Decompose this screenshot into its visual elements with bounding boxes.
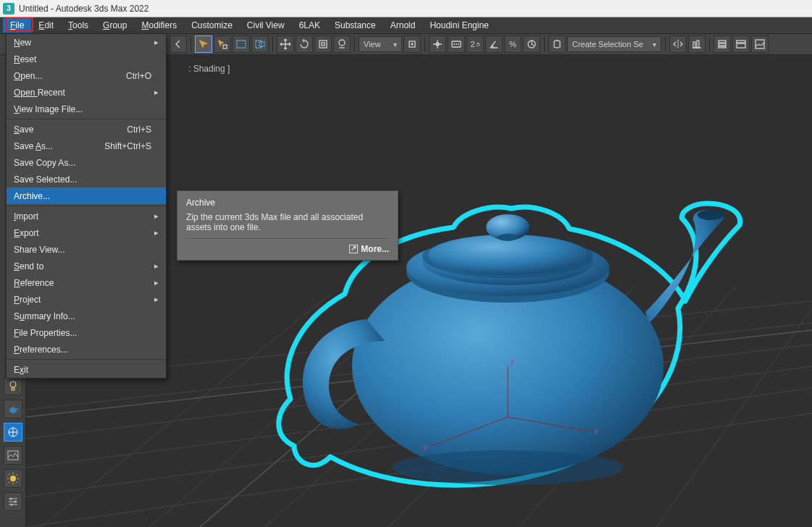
file-menu-item-open-recent[interactable]: Open Recent▸ [7,84,166,101]
file-menu-item-label: Save As... [14,141,101,151]
tool-snap-toggle[interactable]: 2.5 [466,35,484,53]
lt-light-icon[interactable] [4,376,22,395]
file-menu-item-shortcut: Ctrl+S [101,125,151,135]
file-menu-item-shortcut: Shift+Ctrl+S [101,141,151,151]
file-menu-item-save-selected[interactable]: Save Selected... [7,171,166,187]
file-menu-item-project[interactable]: Project▸ [7,291,166,308]
tool-undo-icon[interactable] [169,35,187,53]
file-menu-item-label: Reset [14,54,151,64]
tool-rectangle-select[interactable] [233,35,250,53]
svg-point-26 [9,498,12,500]
svg-rect-0 [223,45,227,49]
file-menu-dropdown: New▸ResetOpen...Ctrl+OOpen Recent▸View I… [6,33,167,379]
svg-point-6 [339,40,345,46]
menu-houdini[interactable]: Houdini Engine [422,18,495,33]
lt-settings-icon[interactable] [4,492,22,511]
file-menu-item-summary-info[interactable]: Summary Info... [7,308,166,324]
file-menu-item-label: Save [14,125,101,135]
file-menu-item-shortcut: Ctrl+O [101,71,151,81]
svg-rect-12 [693,42,695,48]
tool-edit-selection-set[interactable] [548,35,566,53]
reference-coordinate-dropdown[interactable]: View [359,36,402,52]
file-menu-item-archive[interactable]: Archive... [7,187,166,204]
tool-toggle-ribbon[interactable] [732,35,750,53]
menu-modifiers[interactable]: Modifiers [134,18,184,33]
menu-group[interactable]: Group [96,18,134,33]
file-menu-item-new[interactable]: New▸ [7,34,166,51]
menu-substance[interactable]: Substance [327,18,383,33]
tool-keyboard-shortcut-toggle[interactable] [448,35,465,53]
file-menu-item-label: Exit [14,365,151,375]
file-menu-item-exit[interactable]: Exit [7,361,166,378]
file-menu-item-save[interactable]: SaveCtrl+S [7,121,166,138]
tool-angle-snap[interactable] [485,35,503,53]
title-bar: 3 Untitled - Autodesk 3ds Max 2022 [0,0,812,17]
svg-rect-17 [737,41,745,43]
lt-render-icon[interactable] [4,469,22,488]
app-logo-icon: 3 [3,3,14,14]
menu-civilview[interactable]: Civil View [240,18,292,33]
tool-spinner-snap[interactable] [523,35,540,53]
file-menu-item-share-view[interactable]: Share View... [7,241,166,258]
svg-point-21 [9,408,17,413]
lt-wireframe-toggle[interactable] [4,423,22,442]
file-menu-item-reference[interactable]: Reference▸ [7,274,166,291]
file-menu-item-import[interactable]: Import▸ [7,208,166,224]
viewport-label: : Shading ] [188,64,230,74]
tool-move[interactable] [277,35,294,53]
lt-teapot-icon[interactable] [4,400,22,418]
file-menu-item-export[interactable]: Export▸ [7,224,166,241]
svg-point-47 [498,234,518,241]
tool-select-and-manipulate[interactable] [429,35,446,53]
named-selection-set-dropdown[interactable]: Create Selection Se [567,36,661,52]
tooltip-body: Zip the current 3ds Max file and all ass… [186,212,389,232]
file-menu-item-send-to[interactable]: Send to▸ [7,258,166,274]
tooltip-more-link[interactable]: More... [186,243,389,254]
file-menu-item-label: Reference [14,278,151,288]
tool-select-object[interactable] [195,35,212,53]
dropdown-label: Create Selection Se [572,40,643,49]
tool-layer-explorer[interactable] [713,35,731,53]
svg-rect-15 [719,43,726,46]
tool-select-by-name[interactable] [214,35,231,53]
menu-file[interactable]: File [3,18,31,33]
svg-point-22 [12,407,14,408]
file-menu-item-reset[interactable]: Reset [7,51,166,67]
menu-tools[interactable]: Tools [61,18,96,33]
tool-rotate[interactable] [296,35,313,53]
svg-rect-4 [319,41,327,48]
svg-rect-14 [719,41,726,43]
svg-rect-1 [237,41,246,48]
file-menu-item-save-copy-as[interactable]: Save Copy As... [7,154,166,171]
menu-6lak[interactable]: 6LAK [292,18,327,33]
file-menu-item-open[interactable]: Open...Ctrl+O [7,67,166,84]
tool-mirror[interactable] [669,35,687,53]
submenu-arrow-icon: ▸ [151,228,159,237]
tool-placement[interactable] [333,35,351,53]
file-menu-item-label: New [14,38,151,48]
tool-use-pivot[interactable] [403,35,421,53]
file-menu-item-label: Save Selected... [14,174,151,185]
file-menu-item-label: Archive... [14,191,151,201]
tool-align[interactable] [688,35,706,53]
file-menu-item-save-as[interactable]: Save As...Shift+Ctrl+S [7,138,166,154]
tool-window-crossing[interactable] [251,35,269,53]
lt-image-icon[interactable] [4,446,22,465]
tooltip-title: Archive [186,198,389,208]
file-menu-item-preferences[interactable]: Preferences... [7,341,166,358]
menu-edit[interactable]: Edit [31,18,61,33]
menu-arnold[interactable]: Arnold [383,18,423,33]
svg-point-28 [10,504,12,506]
file-menu-item-label: Project [14,295,151,305]
gizmo-z-label: z [510,358,514,366]
tool-curve-editor[interactable] [751,35,769,53]
tool-scale[interactable] [314,35,332,53]
svg-point-20 [10,381,16,387]
menu-customize[interactable]: Customize [184,18,240,33]
file-menu-item-file-properties[interactable]: File Properties... [7,324,166,341]
svg-point-8 [411,43,413,45]
menubar: File Edit Tools Group Modifiers Customiz… [0,17,812,33]
tool-percent-snap[interactable]: % [504,35,522,53]
external-link-icon [349,245,358,253]
file-menu-item-view-image-file[interactable]: View Image File... [7,101,166,117]
